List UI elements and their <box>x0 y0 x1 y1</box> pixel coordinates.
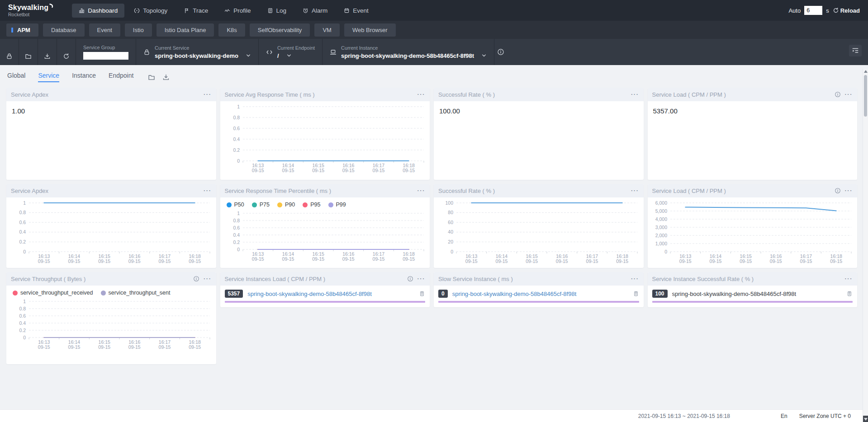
tab-instance[interactable]: Instance <box>72 72 96 82</box>
category-web-browser[interactable]: Web Browser <box>344 23 396 37</box>
nav-item-topology[interactable]: Topology <box>127 4 174 18</box>
instance-row: 100 spring-boot-skywalking-demo-58b48465… <box>652 290 853 298</box>
info-icon[interactable] <box>193 276 199 282</box>
current-endpoint-selector[interactable]: Current Endpoint / <box>259 39 323 65</box>
legend-item[interactable]: P50 <box>227 202 244 208</box>
category-k8s[interactable]: K8s <box>218 23 245 37</box>
info-icon[interactable] <box>835 188 841 194</box>
refresh-icon <box>63 53 70 60</box>
import-template-button[interactable] <box>19 39 38 65</box>
value-badge: 0 <box>438 290 448 298</box>
panel-menu-button[interactable]: ··· <box>845 277 853 281</box>
current-endpoint-label: Current Endpoint <box>277 45 315 51</box>
nav-item-event[interactable]: Event <box>337 4 375 18</box>
panel-title: Service Instances Load ( CPM / PPM ) <box>225 276 326 282</box>
svg-text:0.6: 0.6 <box>19 313 26 319</box>
refresh-template-button[interactable] <box>57 39 76 65</box>
nav-item-profile[interactable]: Profile <box>218 4 257 18</box>
svg-text:09-15: 09-15 <box>68 258 81 264</box>
current-instance-selector[interactable]: Current Instance spring-boot-skywalking-… <box>323 39 494 65</box>
time-range-picker[interactable]: 2021-09-15 16:13 ~ 2021-09-15 16:18 <box>638 413 730 419</box>
category-vm[interactable]: VM <box>314 23 340 37</box>
panel-menu-button[interactable]: ··· <box>631 188 639 193</box>
export-template-button[interactable] <box>38 39 57 65</box>
legend-item[interactable]: P99 <box>328 202 346 208</box>
svg-text:1,000: 1,000 <box>655 241 667 246</box>
category-selfobservability[interactable]: SelfObservability <box>250 23 310 37</box>
nav-item-trace[interactable]: Trace <box>177 4 215 18</box>
copy-button[interactable] <box>633 291 639 297</box>
info-button[interactable] <box>497 48 504 56</box>
selector-toolbar: Service Group Current Service spring-boo… <box>0 39 868 65</box>
scroll-down-button[interactable] <box>863 416 868 422</box>
auto-interval-input[interactable] <box>804 6 822 15</box>
svg-text:0: 0 <box>23 249 26 254</box>
vertical-scrollbar <box>863 69 868 422</box>
svg-text:09-15: 09-15 <box>342 168 354 173</box>
instance-link[interactable]: spring-boot-skywalking-demo-58b48465cf-8… <box>247 291 414 297</box>
nav-item-label: Event <box>353 7 369 14</box>
folder-icon[interactable] <box>148 74 155 81</box>
legend-item[interactable]: service_throughput_received <box>13 290 93 296</box>
svg-text:0.2: 0.2 <box>19 239 26 244</box>
panel-service-apdex-chart: Service Apdex ··· 00.20.40.60.8116:1309-… <box>6 184 216 268</box>
lock-icon <box>143 49 150 56</box>
info-icon[interactable] <box>407 276 413 282</box>
logo-swoosh-icon <box>49 4 54 10</box>
tab-endpoint[interactable]: Endpoint <box>109 72 133 82</box>
reload-button[interactable]: Reload <box>833 7 860 14</box>
auto-label: Auto <box>788 7 801 14</box>
panel-menu-button[interactable]: ··· <box>417 277 426 281</box>
percentile-legend: P50P75P90P95P99 <box>220 197 430 208</box>
instance-link[interactable]: spring-boot-skywalking-demo-58b48465cf-8… <box>672 291 842 297</box>
legend-item[interactable]: P95 <box>303 202 320 208</box>
lock-template-button[interactable] <box>0 39 19 65</box>
svg-text:60: 60 <box>448 220 453 225</box>
nav-item-label: Topology <box>143 7 167 14</box>
panel-menu-button[interactable]: ··· <box>204 92 212 97</box>
nav-item-alarm[interactable]: Alarm <box>296 4 334 18</box>
svg-text:0.6: 0.6 <box>19 220 26 225</box>
category-database[interactable]: Database <box>43 23 85 37</box>
category-istio[interactable]: Istio <box>125 23 152 37</box>
svg-text:0: 0 <box>451 249 453 254</box>
category-istio-data-plane[interactable]: Istio Data Plane <box>157 23 214 37</box>
legend-item[interactable]: P90 <box>277 202 295 208</box>
language-switch[interactable]: En <box>781 413 787 419</box>
download-icon[interactable] <box>162 74 170 81</box>
current-service-selector[interactable]: Current Service spring-boot-skywalking-d… <box>136 39 259 65</box>
scroll-up-button[interactable] <box>864 70 868 73</box>
server-zone-setting[interactable]: Server Zone UTC + 0 <box>799 413 851 419</box>
panel-menu-button[interactable]: ··· <box>204 188 212 193</box>
panel-menu-button[interactable]: ··· <box>631 92 639 97</box>
copy-button[interactable] <box>419 291 425 297</box>
log-icon <box>267 8 273 14</box>
nav-item-dashboard[interactable]: Dashboard <box>72 4 124 18</box>
panel-menu-button[interactable]: ··· <box>845 92 853 97</box>
legend-item[interactable]: service_throughput_sent <box>101 290 171 296</box>
tab-global[interactable]: Global <box>7 72 25 82</box>
panel-menu-button[interactable]: ··· <box>417 188 426 193</box>
category-apm[interactable]: APM <box>6 23 38 37</box>
panel-menu-button[interactable]: ··· <box>845 188 853 193</box>
service-apdex-chart: 00.20.40.60.8116:1309-1516:1409-1516:150… <box>6 197 216 267</box>
svg-text:0.4: 0.4 <box>233 232 240 238</box>
panel-menu-button[interactable]: ··· <box>631 277 639 281</box>
instance-link[interactable]: spring-boot-skywalking-demo-58b48465cf-8… <box>452 291 628 297</box>
legend-item[interactable]: P75 <box>252 202 270 208</box>
svg-text:0.8: 0.8 <box>233 115 240 120</box>
category-event[interactable]: Event <box>89 23 120 37</box>
scrollbar-thumb[interactable] <box>864 75 867 117</box>
panel-menu-button[interactable]: ··· <box>204 277 212 281</box>
copy-button[interactable] <box>846 291 853 297</box>
svg-text:3,000: 3,000 <box>655 225 667 230</box>
svg-text:100: 100 <box>445 200 453 206</box>
info-icon[interactable] <box>835 91 841 98</box>
tab-service[interactable]: Service <box>38 72 59 82</box>
panel-menu-button[interactable]: ··· <box>417 92 426 97</box>
service-group-input[interactable] <box>83 52 128 60</box>
svg-text:09-15: 09-15 <box>189 258 201 264</box>
panel-title: Successful Rate ( % ) <box>438 188 495 194</box>
nav-item-log[interactable]: Log <box>261 4 294 18</box>
collapse-sidebar-button[interactable] <box>849 45 862 56</box>
